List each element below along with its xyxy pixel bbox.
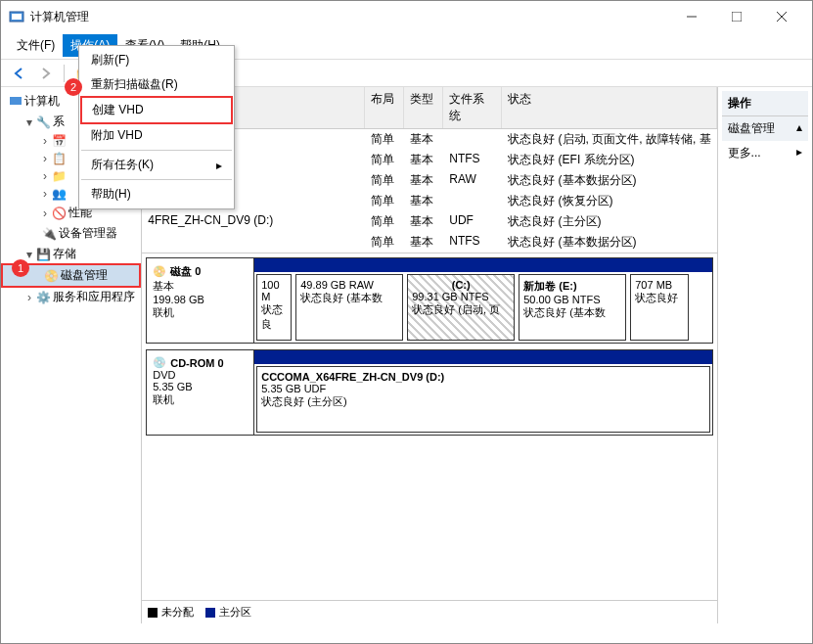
svg-rect-1 — [12, 14, 22, 20]
dd-create-vhd[interactable]: 创建 VHD — [80, 96, 233, 124]
nav-back-button[interactable] — [7, 63, 30, 84]
chevron-right-icon: ▸ — [796, 145, 802, 161]
disk-icon: 📀 — [44, 269, 59, 283]
chevron-right-icon: ▸ — [216, 159, 222, 172]
partition-dvd[interactable]: CCCOMA_X64FRE_ZH-CN_DV9 (D:)5.35 GB UDF状… — [256, 366, 709, 433]
actions-pane: 操作 磁盘管理▴ 更多...▸ — [718, 87, 812, 623]
action-dropdown: 刷新(F) 重新扫描磁盘(R) 创建 VHD 附加 VHD 所有任务(K)▸ 帮… — [78, 45, 235, 209]
dd-refresh[interactable]: 刷新(F) — [81, 48, 232, 72]
annotation-badge-1: 1 — [12, 259, 29, 277]
svg-rect-3 — [732, 12, 742, 22]
legend-swatch-unalloc — [148, 608, 158, 618]
hdd-icon: 📀 — [153, 265, 166, 278]
partition[interactable]: 49.89 GB RAW状态良好 (基本数 — [295, 274, 403, 341]
dd-help[interactable]: 帮助(H) — [81, 182, 232, 207]
chevron-down-icon[interactable]: ▾ — [24, 248, 34, 261]
partition[interactable]: 707 MB状态良好 — [630, 274, 689, 341]
partition-c[interactable]: (C:)99.31 GB NTFS状态良好 (启动, 页 — [407, 274, 515, 341]
disk-header-bar — [254, 350, 711, 364]
dd-attach-vhd[interactable]: 附加 VHD — [81, 123, 232, 148]
window-title: 计算机管理 — [30, 9, 669, 25]
volume-row[interactable]: 4FRE_ZH-CN_DV9 (D:)简单基本UDF状态良好 (主分区) — [142, 211, 716, 232]
legend-swatch-primary — [205, 608, 215, 618]
legend: 未分配 主分区 — [142, 600, 716, 623]
col-layout[interactable]: 布局 — [365, 87, 404, 128]
disk-header-bar — [254, 258, 711, 272]
col-type[interactable]: 类型 — [404, 87, 443, 128]
titlebar: 计算机管理 — [1, 1, 812, 32]
actions-header: 操作 — [722, 91, 808, 116]
close-button[interactable] — [759, 1, 804, 32]
chevron-up-icon: ▴ — [796, 120, 802, 137]
tree-devmgr[interactable]: 🔌设备管理器 — [1, 223, 141, 244]
computer-icon — [9, 95, 23, 109]
actions-more[interactable]: 更多...▸ — [722, 141, 808, 165]
partition-e[interactable]: 新加卷 (E:)50.00 GB NTFS状态良好 (基本数 — [519, 274, 626, 341]
chevron-down-icon[interactable]: ▾ — [24, 115, 34, 129]
tree-services[interactable]: ›⚙️服务和应用程序 — [1, 287, 141, 307]
cdrom-icon: 💿 — [153, 356, 166, 369]
disk-row-cdrom[interactable]: 💿CD-ROM 0 DVD 5.35 GB 联机 CCCOMA_X64FRE_Z… — [146, 349, 712, 436]
disk-graphical-view: 📀磁盘 0 基本 199.98 GB 联机 100 M状态良 49.89 GB … — [142, 253, 716, 600]
partition[interactable]: 100 M状态良 — [256, 274, 292, 341]
annotation-badge-2: 2 — [65, 78, 82, 96]
app-icon — [9, 9, 24, 24]
dd-rescan[interactable]: 重新扫描磁盘(R) — [81, 72, 232, 97]
volume-row[interactable]: 简单基本NTFS状态良好 (基本数据分区) — [142, 232, 716, 253]
col-fs[interactable]: 文件系统 — [443, 87, 502, 128]
maximize-button[interactable] — [714, 1, 759, 32]
col-status[interactable]: 状态 — [502, 87, 716, 128]
menu-file[interactable]: 文件(F) — [9, 34, 63, 57]
disk-row-0[interactable]: 📀磁盘 0 基本 199.98 GB 联机 100 M状态良 49.89 GB … — [146, 257, 712, 344]
svg-rect-6 — [10, 97, 22, 105]
minimize-button[interactable] — [669, 1, 714, 32]
actions-diskmgmt[interactable]: 磁盘管理▴ — [722, 116, 808, 141]
nav-forward-button[interactable] — [34, 63, 58, 84]
dd-all-tasks[interactable]: 所有任务(K)▸ — [81, 153, 232, 177]
